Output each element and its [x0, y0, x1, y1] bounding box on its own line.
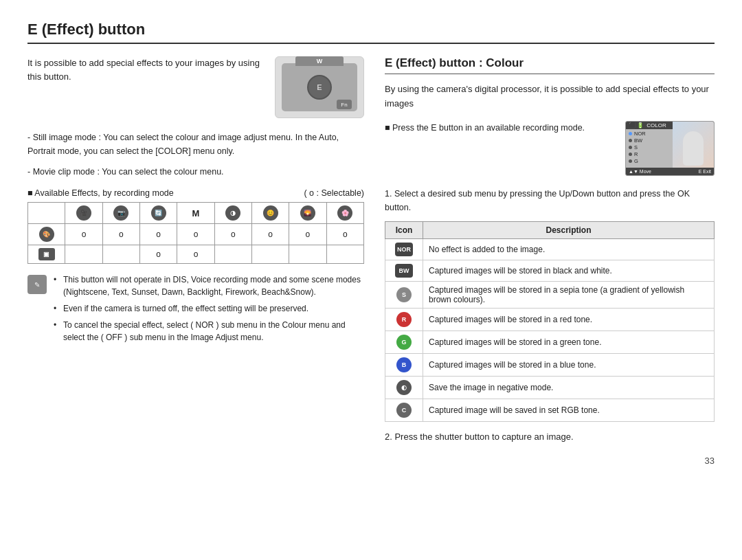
note-bullet-list: This button will not operate in DIS, Voi…: [54, 273, 364, 348]
note-bullet-1: This button will not operate in DIS, Voi…: [54, 273, 364, 298]
row2-col6: [251, 245, 289, 264]
effects-header: ■ Available Effects, by recording mode (…: [27, 188, 364, 198]
screen-color-label: COLOR: [647, 122, 666, 128]
row1-col8: o: [326, 224, 363, 245]
row1-col1: o: [65, 224, 102, 245]
movie-mode-text: - Movie clip mode : You can select the c…: [27, 165, 364, 179]
note-icon: ✎: [27, 275, 47, 294]
menu-text-1: NOR: [634, 131, 646, 137]
icon-badge-0: NOR: [395, 243, 413, 256]
icon-cell-2: S: [385, 281, 423, 308]
screen-photo-figure: [683, 131, 704, 166]
icon-cell-4: G: [385, 331, 423, 353]
icon-badge-1: BW: [395, 264, 413, 278]
menu-dot-2: [629, 139, 632, 142]
note-bullet-2: Even if the camera is turned off, the ef…: [54, 302, 364, 315]
effects-table: 🎥 📷 🔄 M ◑ 😊 🌄 🌸 🎨 o o: [27, 202, 364, 264]
menu-dot-4: [629, 153, 632, 156]
menu-dot-3: [629, 146, 632, 149]
mode-icon-3: 🔄: [151, 205, 166, 221]
desc-cell-2: Captured images will be stored in a sepi…: [423, 281, 715, 308]
row2-col5: [214, 245, 251, 264]
menu-item-3: S: [629, 144, 646, 150]
icon-table: Icon Description NOR No effect is added …: [385, 221, 715, 422]
desc-cell-3: Captured images will be stored in a red …: [423, 308, 715, 331]
row1-col6: o: [251, 224, 289, 245]
press-e-text: ■ Press the E button in an available rec…: [385, 121, 614, 176]
intro-text: It is possible to add special effects to…: [27, 56, 264, 118]
press-shutter-text: 2. Press the shutter button to capture a…: [385, 432, 715, 442]
col-icon5: ◑: [214, 203, 251, 224]
mode-icon-4: M: [192, 208, 200, 219]
screen-icons: ⬛ 🔋: [629, 122, 644, 128]
desc-cell-7: Captured image will be saved in set RGB …: [423, 399, 715, 421]
icon-badge-5: B: [396, 357, 412, 372]
press-e-section: ■ Press the E button in an available rec…: [385, 121, 715, 176]
menu-dot-5: [629, 159, 632, 163]
icon-table-row: BW Captured images will be stored in bla…: [385, 260, 715, 281]
icon-cell-3: R: [385, 308, 423, 331]
mode-icon-8: 🌸: [337, 205, 352, 221]
camera-lens: E: [307, 75, 332, 100]
row1-col4: o: [177, 224, 214, 245]
icon-cell-6: ◐: [385, 376, 423, 399]
menu-dot-1: [629, 132, 632, 135]
icon-cell-7: C: [385, 399, 423, 421]
col-empty: [28, 203, 65, 224]
icon-badge-2: S: [396, 287, 412, 302]
fn-label: Fn: [341, 102, 347, 108]
left-column: It is possible to add special effects to…: [27, 56, 364, 442]
col-icon3: 🔄: [139, 203, 177, 224]
icon-cell-5: B: [385, 353, 423, 376]
icon-table-row: B Captured images will be stored in a bl…: [385, 353, 715, 376]
screen-bottom-bar: ▲▼ Move E Exit: [626, 168, 714, 175]
icon-cell-0: NOR: [385, 238, 423, 260]
icon-badge-3: R: [396, 312, 412, 327]
intro-section: It is possible to add special effects to…: [27, 56, 364, 118]
icon-table-row: NOR No effect is added to the image.: [385, 238, 715, 260]
icon-table-header: Icon Description: [385, 221, 715, 238]
col-icon4: M: [177, 203, 214, 224]
desc-cell-4: Captured images will be stored in a gree…: [423, 331, 715, 353]
menu-item-1: NOR: [629, 131, 646, 137]
effects-header-right: ( o : Selectable): [304, 188, 364, 198]
row2-icon: ▣: [28, 245, 65, 264]
w-label: W: [317, 58, 323, 65]
camera-diagram: W E Fn: [275, 56, 364, 118]
mode-icon-1: 🎥: [76, 205, 91, 221]
icon-badge-6: ◐: [396, 380, 412, 395]
row1-col5: o: [214, 224, 251, 245]
row2-col4: o: [177, 245, 214, 264]
e-label: E: [317, 83, 322, 91]
icon-table-row: C Captured image will be saved in set RG…: [385, 399, 715, 421]
row2-col7: [289, 245, 326, 264]
row1-col2: o: [102, 224, 139, 245]
camera-body: W E Fn: [282, 63, 357, 111]
menu-item-4: R: [629, 151, 646, 157]
th-icon: Icon: [385, 221, 423, 238]
row1-col7: o: [289, 224, 326, 245]
effect-color-icon: 🎨: [39, 227, 54, 242]
desc-cell-6: Save the image in negative mode.: [423, 376, 715, 399]
right-intro-text: By using the camera's digital processor,…: [385, 82, 715, 111]
menu-text-5: G: [634, 158, 638, 164]
menu-text-2: BW: [634, 137, 642, 144]
screen-bottom-left: ▲▼ Move: [629, 169, 651, 174]
desc-cell-0: No effect is added to the image.: [423, 238, 715, 260]
menu-item-5: G: [629, 158, 646, 164]
select-subtext: 1. Select a desired sub menu by pressing…: [385, 187, 715, 214]
icon-badge-7: C: [396, 403, 412, 418]
row2-col2: [102, 245, 139, 264]
row2-col1: [65, 245, 102, 264]
screen-menu-items: NOR BW S R: [626, 129, 649, 165]
mode-icon-2: 📷: [113, 205, 128, 221]
th-desc: Description: [423, 221, 715, 238]
effects-table-header-row: 🎥 📷 🔄 M ◑ 😊 🌄 🌸: [28, 203, 364, 224]
menu-text-3: S: [634, 144, 638, 150]
icon-table-row: ◐ Save the image in negative mode.: [385, 376, 715, 399]
row1-icon: 🎨: [28, 224, 65, 245]
effects-row-2: ▣ o o: [28, 245, 364, 264]
row2-col8: [326, 245, 363, 264]
menu-text-4: R: [634, 151, 638, 157]
still-mode-text: - Still image mode : You can select the …: [27, 131, 364, 158]
